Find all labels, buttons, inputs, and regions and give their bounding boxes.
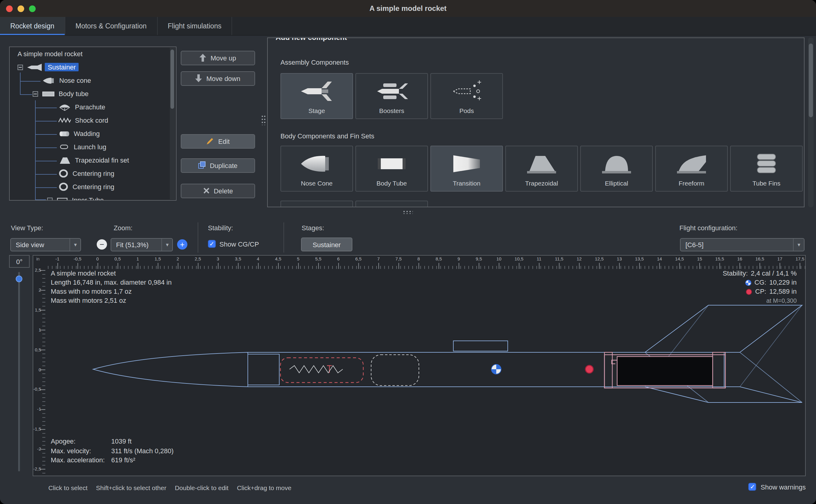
show-cgcp-checkbox[interactable] [208, 240, 216, 248]
component-tile-elliptical[interactable]: Elliptical [580, 146, 653, 192]
shock-cord-icon [58, 117, 71, 124]
tree-item-trapezoidal-fin-set[interactable]: Trapezoidal fin set [10, 153, 176, 167]
status-hint: Double-click to edit [175, 484, 228, 491]
flight-configuration-select[interactable]: [C6-5] ▾ [680, 238, 805, 251]
component-tile-freeform[interactable]: Freeform [655, 146, 728, 192]
component-tile-body-tube[interactable]: Body Tube [355, 146, 428, 192]
tree-item-centering-ring-2[interactable]: Centering ring [10, 180, 176, 193]
toolbar-separator [283, 222, 284, 253]
launch-lug-outline [453, 341, 508, 351]
centering-ring-icon [58, 169, 69, 178]
component-tile-boosters[interactable]: Boosters [355, 73, 428, 119]
title-bar: A simple model rocket [0, 0, 816, 17]
panel-scrollbar-thumb[interactable] [809, 44, 813, 117]
centering-ring-outline [713, 352, 725, 388]
rocket-info-block: A simple model rocket Length 16,748 in, … [51, 269, 172, 305]
rocket-name: A simple model rocket [51, 269, 172, 278]
component-tile-clipped[interactable] [355, 201, 428, 207]
freeform-fin-icon [656, 151, 727, 176]
splitter-handle-vertical[interactable] [261, 115, 266, 125]
collapse-toggle-icon[interactable] [18, 64, 23, 70]
rotation-slider-thumb[interactable] [16, 276, 22, 282]
view-type-select[interactable]: Side view ▾ [10, 238, 81, 251]
flight-configuration-value: [C6-5] [685, 241, 704, 248]
show-warnings-control: Show warnings [749, 483, 806, 491]
stability-info-block: Stability:2,4 cal / 14,1 % CG:10,229 in … [723, 269, 797, 305]
nose-shoulder-outline [248, 354, 279, 385]
tab-label: Motors & Configuration [76, 22, 147, 30]
chevron-down-icon: ▾ [162, 239, 172, 251]
tree-scrollbar-thumb[interactable] [170, 50, 174, 109]
tree-item-centering-ring-1[interactable]: Centering ring [10, 167, 176, 180]
x-icon [203, 187, 209, 195]
tab-motors-configuration[interactable]: Motors & Configuration [65, 17, 157, 35]
cg-caption: CG: [754, 278, 766, 287]
pencil-icon [206, 137, 214, 146]
button-label: Move down [206, 75, 241, 82]
cp-icon [746, 289, 752, 295]
rocket-mass-empty: Mass with no motors 1,7 oz [51, 287, 172, 296]
splitter-handle-horizontal[interactable] [403, 210, 413, 214]
tree-item-label: Inner Tube [72, 196, 104, 201]
tree-item-inner-tube[interactable]: Inner Tube [10, 193, 176, 201]
tab-rocket-design[interactable]: Rocket design [0, 17, 65, 35]
minimize-window-button[interactable] [18, 5, 24, 12]
component-tile-trapezoidal[interactable]: Trapezoidal [505, 146, 578, 192]
show-warnings-checkbox[interactable] [749, 483, 756, 491]
zoom-out-button[interactable]: − [97, 239, 107, 250]
delete-button[interactable]: Delete [181, 184, 255, 198]
stages-label: Stages: [302, 224, 324, 231]
tree-scrollbar[interactable] [170, 48, 175, 199]
component-tile-stage[interactable]: Stage [280, 73, 353, 119]
button-label: Delete [214, 187, 233, 195]
rocket-design-canvas[interactable]: in -1-0,500,511,522,533,544,555,566,577,… [33, 255, 806, 476]
stage-icon [281, 79, 352, 104]
component-tile-nose-cone[interactable]: Nose Cone [280, 146, 353, 192]
status-hints: Click to selectShift+click to select oth… [48, 484, 291, 491]
collapse-toggle-icon[interactable] [47, 197, 53, 201]
edit-button[interactable]: Edit [181, 134, 255, 149]
chevron-down-icon: ▾ [70, 239, 80, 251]
tree-item-nose-cone[interactable]: Nose cone [10, 74, 176, 87]
component-tile-transition[interactable]: Transition [430, 146, 503, 192]
nose-cone-icon [281, 151, 352, 176]
tree-item-label: A simple model rocket [18, 50, 83, 57]
tile-label: Freeform [678, 179, 704, 187]
show-cgcp-control: Show CG/CP [208, 240, 259, 248]
nose-cone-icon [42, 76, 56, 84]
duplicate-button[interactable]: Duplicate [181, 158, 255, 173]
move-up-button[interactable]: Move up [181, 51, 255, 65]
fin-set-icon [58, 156, 71, 164]
tree-item-wadding[interactable]: Wadding [10, 127, 176, 140]
view-type-value: Side view [16, 241, 44, 248]
velocity-caption: Max. velocity: [51, 446, 111, 456]
tree-item-label: Centering ring [73, 183, 114, 190]
stability-caption: Stability: [723, 269, 748, 278]
acceleration-value: 619 ft/s² [111, 456, 135, 465]
stage-toggle-sustainer[interactable]: Sustainer [301, 237, 352, 251]
component-tile-tube-fins[interactable]: Tube Fins [730, 146, 803, 192]
tree-item-rocket-root[interactable]: A simple model rocket [10, 47, 176, 60]
toolbar-separator [198, 222, 198, 253]
tree-item-label: Body tube [59, 90, 89, 97]
component-tile-pods[interactable]: Pods [430, 73, 503, 119]
tree-item-sustainer[interactable]: Sustainer [10, 60, 176, 74]
shock-cord-outline [371, 355, 419, 386]
move-down-button[interactable]: Move down [181, 71, 255, 86]
zoom-in-button[interactable]: + [177, 239, 187, 250]
close-window-button[interactable] [6, 5, 13, 12]
tree-item-shock-cord[interactable]: Shock cord [10, 114, 176, 127]
tab-flight-simulations[interactable]: Flight simulations [157, 17, 232, 35]
zoom-select[interactable]: Fit (51,3%) ▾ [111, 238, 173, 251]
tree-item-launch-lug[interactable]: Launch lug [10, 140, 176, 153]
collapse-toggle-icon[interactable] [33, 91, 38, 96]
rotation-slider[interactable] [18, 272, 20, 471]
maximize-window-button[interactable] [29, 5, 36, 12]
cg-value: 10,229 in [769, 278, 797, 287]
tree-item-label: Trapezoidal fin set [75, 157, 129, 164]
body-tube-icon [42, 90, 55, 98]
tree-item-parachute[interactable]: Parachute [10, 100, 176, 114]
arrow-down-icon [196, 74, 202, 83]
tree-item-body-tube[interactable]: Body tube [10, 87, 176, 100]
component-tile-clipped[interactable] [280, 201, 353, 207]
